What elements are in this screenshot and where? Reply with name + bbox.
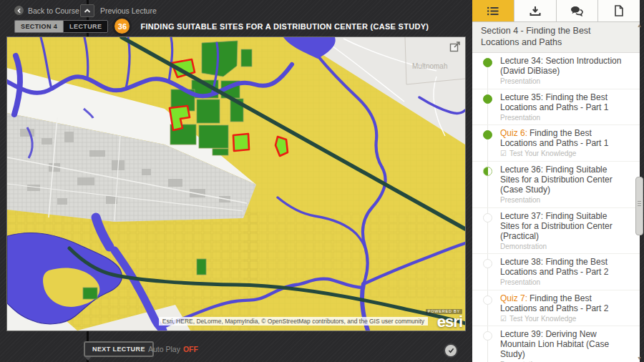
back-to-course-button[interactable]: Back to Course <box>14 6 79 15</box>
list-item-lecture-34[interactable]: Lecture 34: Section Introduction (David … <box>472 53 640 89</box>
lesson-title: Lecture 35: Finding the Best Locations a… <box>500 92 624 112</box>
esri-logo: POWERED BY esri <box>426 309 462 331</box>
progress-not-started-icon <box>483 295 492 305</box>
lecture-list: Lecture 34: Section Introduction (David … <box>472 53 640 362</box>
tab-notes[interactable] <box>598 0 640 21</box>
lecture-badge: LECTURE <box>63 20 108 33</box>
lesson-title: Lecture 39: Deriving New Mountain Lion H… <box>500 329 624 359</box>
list-item-quiz-6[interactable]: Quiz 6:Finding the Best Locations and Pa… <box>472 125 640 162</box>
lesson-title: Lecture 34: Section Introduction (David … <box>500 56 624 76</box>
list-item-lecture-39[interactable]: Lecture 39: Deriving New Mountain Lion H… <box>472 326 640 362</box>
tab-downloads[interactable] <box>514 0 557 21</box>
list-item-lecture-35[interactable]: Lecture 35: Finding the Best Locations a… <box>472 89 640 126</box>
lesson-type: Test Your Knowledge <box>509 315 576 324</box>
progress-complete-icon <box>483 94 492 104</box>
progress-not-started-icon <box>483 213 492 222</box>
scroll-down-arrow[interactable]: ▼ <box>637 356 642 361</box>
list-item-lecture-36[interactable]: Lecture 36: Finding Suitable Sites for a… <box>472 162 640 208</box>
county-label: Multnomah <box>412 62 447 70</box>
previous-lecture-button[interactable]: Previous Lecture <box>80 4 157 17</box>
lesson-type: Presentation <box>500 196 540 205</box>
lesson-type: Presentation <box>500 77 540 87</box>
scroll-up-arrow[interactable]: ▲ <box>637 23 642 28</box>
chevron-up-icon <box>80 4 94 17</box>
lecture-title: FINDING SUITABLE SITES FOR A DISTRIBUTIO… <box>140 22 429 31</box>
autoplay-state: OFF <box>183 345 198 353</box>
checkbox-icon: ☑ <box>500 150 507 159</box>
esri-brand-text: esri <box>426 314 462 330</box>
checkbox-icon: ☑ <box>500 315 507 324</box>
section-badge: SECTION 4 <box>14 20 63 33</box>
next-lecture-button[interactable]: NEXT LECTURE <box>84 341 154 357</box>
lesson-type: Test Your Knowledge <box>509 150 576 159</box>
sidebar-tabs <box>472 0 640 22</box>
list-icon <box>487 6 499 16</box>
progress-not-started-icon <box>483 259 492 268</box>
back-arrow-icon <box>14 6 24 15</box>
suitability-map[interactable]: Multnomah <box>7 37 465 331</box>
progress-not-started-icon <box>483 331 492 341</box>
lesson-type: Demonstration <box>500 243 547 252</box>
lesson-title: Lecture 38: Finding the Best Locations a… <box>500 257 624 277</box>
list-item-quiz-7[interactable]: Quiz 7:Finding the Best Locations and Pa… <box>472 290 640 327</box>
autoplay-toggle[interactable]: Auto PlayOFF <box>148 345 198 353</box>
progress-complete-icon <box>483 58 492 67</box>
quiz-label: Quiz 6: <box>500 128 527 138</box>
map-viewer[interactable]: Multnomah <box>7 37 465 331</box>
course-player: Back to Course Previous Lecture SECTION … <box>0 0 644 362</box>
autoplay-label: Auto Play <box>148 345 180 353</box>
quiz-label: Quiz 7: <box>500 293 527 303</box>
mark-complete-button[interactable] <box>444 343 458 358</box>
lecture-number-badge: 36 <box>112 16 132 36</box>
tab-discussions[interactable] <box>557 0 599 21</box>
course-sidebar: Section 4 - Finding the Best Locations a… <box>472 0 644 362</box>
lecture-header: SECTION 4 LECTURE 36 FINDING SUITABLE SI… <box>14 16 429 36</box>
map-attribution: Esri, HERE, DeLorme, MapmyIndia, © OpenS… <box>159 317 428 326</box>
progress-in-progress-icon <box>483 167 492 176</box>
lesson-type: Presentation <box>500 278 540 288</box>
progress-complete-icon <box>483 130 492 140</box>
scrollbar-thumb[interactable] <box>635 177 643 235</box>
previous-lecture-label: Previous Lecture <box>100 6 157 15</box>
back-to-course-label: Back to Course <box>28 6 79 15</box>
download-icon <box>530 6 541 16</box>
lesson-title: Lecture 37: Finding Suitable Sites for a… <box>500 211 624 241</box>
lesson-type: Presentation <box>500 114 540 123</box>
expand-icon[interactable] <box>449 41 461 52</box>
tab-lecture-list[interactable] <box>472 0 514 21</box>
chat-icon <box>570 6 583 16</box>
lesson-title: Lecture 36: Finding Suitable Sites for a… <box>500 165 624 195</box>
document-icon <box>614 5 624 16</box>
section-header: Section 4 - Finding the Best Locations a… <box>472 22 640 53</box>
list-item-lecture-37[interactable]: Lecture 37: Finding Suitable Sites for a… <box>472 208 640 255</box>
list-item-lecture-38[interactable]: Lecture 38: Finding the Best Locations a… <box>472 254 640 290</box>
